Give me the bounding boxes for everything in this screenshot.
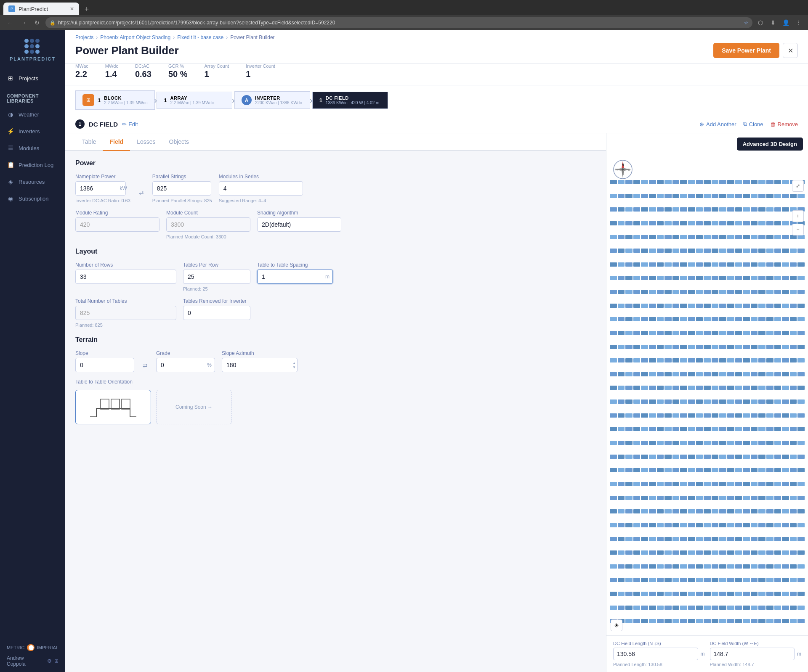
reload-button[interactable]: ↻ (32, 18, 42, 28)
breadcrumb-projects[interactable]: Projects (75, 34, 93, 40)
solar-panel-cell (727, 221, 734, 225)
solar-panel-cell (657, 592, 664, 596)
remove-button[interactable]: 🗑 Remove (770, 121, 798, 127)
pipeline-step-dcfield[interactable]: 1 DC FIELD 1386 KWdc | 420 W | 4.02 m (312, 92, 388, 109)
breadcrumb-project[interactable]: Phoenix Airport Object Shading (100, 34, 170, 40)
nameplate-power-input[interactable] (75, 181, 126, 196)
solar-panel-cell (680, 386, 687, 390)
back-button[interactable]: ← (5, 18, 15, 28)
new-tab-button[interactable]: + (81, 3, 93, 15)
address-bar[interactable]: 🔒 https://ui.plantpredict.com/projects/1… (45, 17, 752, 28)
solar-panel-cell (696, 180, 703, 184)
solar-panel-cell (610, 413, 617, 418)
solar-panel-cell (719, 276, 726, 280)
close-button[interactable]: ✕ (783, 43, 798, 58)
download-icon[interactable]: ⬇ (768, 18, 778, 27)
sidebar-item-weather[interactable]: ◑ Weather (0, 106, 65, 123)
array-count-label: Array Count (204, 63, 229, 69)
field-width-unit: m (797, 651, 801, 657)
clone-button[interactable]: ⧉ Clone (743, 121, 763, 127)
add-another-button[interactable]: ⊕ Add Another (699, 121, 736, 127)
solar-panel-cell (618, 358, 625, 362)
metric-imperial-toggle[interactable]: METRIC IMPERIAL (7, 644, 58, 651)
parallel-strings-input[interactable] (152, 181, 211, 196)
solar-panel-cell (618, 578, 625, 582)
solar-panel-cell (751, 317, 758, 321)
modules-series-group: Modules in Series Suggested Range: 4–4 (219, 174, 303, 203)
solar-panel-cell (610, 441, 617, 445)
dcfield-step-num: 1 (319, 97, 322, 103)
sidebar-item-resources[interactable]: ◈ Resources (0, 173, 65, 190)
azimuth-down[interactable]: ▼ (292, 365, 296, 369)
zoom-in-button[interactable]: + (792, 210, 804, 222)
tab-close-button[interactable]: ✕ (70, 6, 74, 12)
slope-input[interactable] (75, 358, 134, 372)
solar-panel-cell (610, 249, 617, 253)
tab-field[interactable]: Field (103, 133, 130, 151)
sidebar-item-prediction-log[interactable]: 📋 Prediction Log (0, 156, 65, 173)
sidebar-item-inverters[interactable]: ⚡ Inverters (0, 123, 65, 140)
page-title: Power Plant Builder (75, 44, 179, 57)
solar-panel-cell (696, 564, 703, 569)
tab-table[interactable]: Table (75, 133, 103, 151)
account-icon[interactable]: 👤 (781, 18, 790, 27)
save-power-plant-button[interactable]: Save Power Plant (713, 43, 779, 58)
orientation-card-landscape[interactable]: Coming Soon → (156, 390, 232, 424)
layout-row-1: Number of Rows Tables Per Row Planned: 2… (75, 262, 596, 291)
extensions-icon[interactable]: ⬡ (756, 18, 765, 27)
solar-panel-cell (618, 317, 625, 321)
num-rows-input[interactable] (75, 270, 176, 284)
solar-panel-visualization: // Will be rendered below (606, 155, 808, 635)
sidebar-item-projects[interactable]: ⊞ Projects (0, 70, 65, 87)
user-menu-icon[interactable]: ⊞ (54, 658, 58, 664)
tab-losses[interactable]: Losses (130, 133, 162, 151)
solar-panel-cell (618, 537, 625, 541)
menu-icon[interactable]: ⋮ (794, 18, 803, 27)
active-tab[interactable]: P PlantPredict ✕ (3, 3, 79, 15)
breadcrumb-prediction[interactable]: Fixed tilt - base case (177, 34, 223, 40)
sidebar-item-modules[interactable]: ☰ Modules (0, 140, 65, 156)
browser-toolbar: ← → ↻ 🔒 https://ui.plantpredict.com/proj… (0, 15, 808, 30)
solar-panel-cell (641, 578, 648, 582)
solar-panel-cell (704, 235, 711, 239)
solar-panel-cell (790, 619, 797, 623)
solar-panel-cell (672, 509, 680, 513)
solar-panel-cell (610, 290, 617, 294)
advanced-3d-button[interactable]: Advanced 3D Design (737, 138, 803, 151)
solar-panel-cell (719, 523, 726, 527)
tab-objects[interactable]: Objects (162, 133, 196, 151)
solar-panel-cell (618, 441, 625, 445)
solar-panel-cell (743, 358, 750, 362)
sidebar-item-subscription[interactable]: ◉ Subscription (0, 190, 65, 207)
field-width-input[interactable] (710, 648, 795, 660)
slope-azimuth-input[interactable] (222, 358, 298, 372)
azimuth-up[interactable]: ▲ (292, 361, 296, 365)
pipeline-step-block[interactable]: ⊞ 1 BLOCK 2.2 MWac | 1.39 MWdc (75, 90, 155, 110)
edit-dcfield-button[interactable]: ✏ Edit (122, 121, 138, 127)
solar-panel-cell (672, 441, 680, 445)
grade-input[interactable] (156, 358, 215, 372)
solar-panel-cell (751, 249, 758, 253)
table-spacing-input[interactable] (257, 270, 333, 284)
expand-button[interactable]: ⤢ (792, 180, 804, 192)
solar-panel-cell (680, 180, 687, 184)
zoom-out-button[interactable]: − (792, 224, 804, 235)
forward-button[interactable]: → (19, 18, 29, 28)
solar-panel-cell (633, 496, 641, 500)
solar-panel-cell (743, 221, 750, 225)
field-length-input[interactable] (613, 648, 698, 660)
tables-removed-input[interactable] (183, 306, 250, 320)
settings-icon[interactable]: ⚙ (47, 658, 52, 664)
shading-algo-select[interactable]: 2D(default) 3D (257, 217, 341, 232)
sun-toggle-button[interactable]: ☀ (611, 619, 622, 631)
solar-panel-cell (743, 235, 750, 239)
solar-panel-cell (735, 276, 742, 280)
toggle-track[interactable] (27, 644, 34, 651)
orientation-card-portrait[interactable] (75, 390, 151, 424)
pipeline-step-array[interactable]: 1 ARRAY 2.2 MWac | 1.39 MWdc (157, 92, 232, 109)
solar-panel-cell (774, 550, 781, 555)
modules-series-input[interactable] (219, 181, 303, 196)
pipeline-step-inverter[interactable]: A INVERTER 2200 KWac | 1386 KWdc (234, 91, 310, 109)
solar-panel-cell (672, 592, 680, 596)
tables-per-row-input[interactable] (183, 270, 250, 284)
